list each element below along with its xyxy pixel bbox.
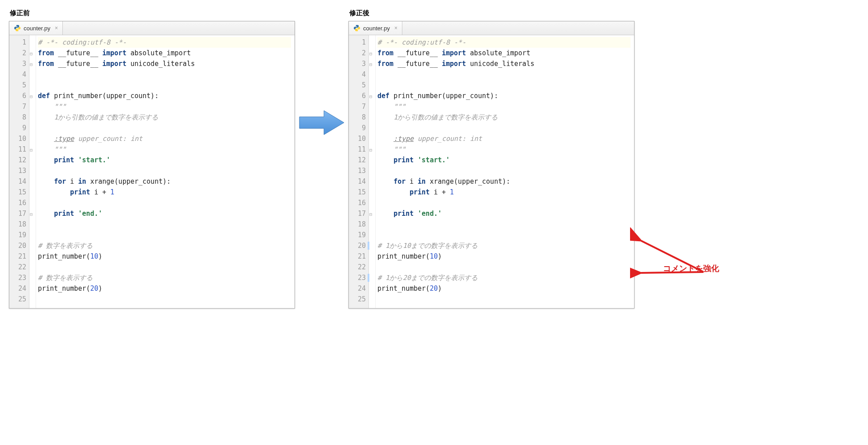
code-token: print_number( [377,284,430,293]
code-line[interactable] [38,198,291,208]
code-line[interactable] [377,123,631,133]
svg-point-1 [18,30,19,31]
code-line[interactable]: from __future__ import absolute_import [377,48,631,58]
fold-toggle-icon[interactable] [29,208,36,219]
code-line[interactable]: # -*- coding:utf-8 -*- [377,37,631,48]
code-line[interactable]: """ [38,101,291,112]
code-line[interactable] [38,165,291,176]
line-number: 20 [352,240,366,251]
code-line[interactable]: print i + 1 [377,187,631,198]
fold-toggle-icon[interactable] [369,208,375,219]
code-line[interactable] [38,230,291,240]
fold-toggle-icon[interactable] [29,91,36,101]
code-line[interactable]: """ [377,144,631,155]
before-tab[interactable]: counter.py × [9,21,63,35]
code-line[interactable]: """ [38,144,291,155]
code-line[interactable]: from __future__ import unicode_literals [377,58,631,69]
code-line[interactable] [377,80,631,91]
before-code[interactable]: # -*- coding:utf-8 -*-from __future__ im… [36,35,295,308]
code-token: ) [438,252,442,260]
code-token: # -*- coding:utf-8 -*- [38,38,127,46]
code-line[interactable]: 1から引数の値まで数字を表示する [377,112,631,123]
code-line[interactable]: print_number(10) [377,251,631,262]
code-line[interactable]: from __future__ import unicode_literals [38,58,291,69]
code-line[interactable] [377,165,631,176]
fold-spacer [29,240,36,251]
fold-toggle-icon[interactable] [369,48,375,58]
code-line[interactable]: for i in xrange(upper_count): [38,176,291,187]
line-number: 2 [12,48,26,58]
fold-spacer [29,294,36,305]
fold-toggle-icon[interactable] [29,58,36,69]
code-line[interactable]: for i in xrange(upper_count): [377,176,631,187]
before-codearea[interactable]: 1234567891011121314151617181920212223242… [9,35,295,308]
fold-toggle-icon[interactable] [29,144,36,155]
code-line[interactable] [377,230,631,240]
fold-spacer [369,37,375,48]
code-token: + [102,188,106,196]
line-number: 9 [12,123,26,133]
code-token [74,156,78,164]
code-line[interactable]: print_number(20) [377,283,631,294]
code-line[interactable]: print 'end.' [377,208,631,219]
code-line[interactable] [38,80,291,91]
code-line[interactable] [38,219,291,230]
close-icon[interactable]: × [55,25,58,31]
code-token [38,135,54,143]
code-token: print_number( [38,284,90,293]
code-line[interactable] [377,69,631,80]
code-token: 'end.' [78,210,102,218]
code-line[interactable]: """ [377,101,631,112]
fold-spacer [369,80,375,91]
code-line[interactable] [38,294,291,305]
code-token: i [66,177,78,185]
code-line[interactable]: print 'start.' [377,155,631,165]
code-line[interactable] [38,123,291,133]
code-token [74,210,78,218]
code-line[interactable] [377,219,631,230]
code-line[interactable]: def print_number(upper_count): [38,91,291,101]
code-token: def [38,92,50,100]
fold-toggle-icon[interactable] [369,58,375,69]
code-line[interactable] [38,262,291,272]
code-line[interactable]: print 'start.' [38,155,291,165]
before-panel: 修正前 counter.py × 12345678910111213141516… [9,9,295,309]
code-line[interactable]: print_number(10) [38,251,291,262]
code-line[interactable]: print 'end.' [38,208,291,219]
fold-spacer [29,37,36,48]
code-line[interactable]: 1から引数の値まで数字を表示する [38,112,291,123]
code-line[interactable]: # -*- coding:utf-8 -*- [38,37,291,48]
code-token [38,210,54,218]
code-token [446,188,450,196]
fold-toggle-icon[interactable] [369,91,375,101]
code-line[interactable]: print i + 1 [38,187,291,198]
code-line[interactable]: :type upper_count: int [377,133,631,144]
code-token [377,103,393,111]
line-number: 1 [12,37,26,48]
fold-toggle-icon[interactable] [29,48,36,58]
fold-spacer [29,133,36,144]
after-codearea[interactable]: 1234567891011121314151617181920212223242… [349,35,634,308]
code-token: print [393,156,414,164]
code-line[interactable]: from __future__ import absolute_import [38,48,291,58]
code-line[interactable]: print_number(20) [38,283,291,294]
code-line[interactable] [38,69,291,80]
code-line[interactable] [377,198,631,208]
code-line[interactable] [377,294,631,305]
fold-spacer [369,123,375,133]
line-number: 7 [352,101,366,112]
fold-spacer [29,101,36,112]
code-line[interactable]: # 1から10までの数字を表示する [377,240,631,251]
after-tab[interactable]: counter.py × [349,21,402,35]
code-line[interactable]: def print_number(upper_count): [377,91,631,101]
after-code[interactable]: # -*- coding:utf-8 -*-from __future__ im… [376,35,634,308]
code-line[interactable]: :type upper_count: int [38,133,291,144]
annotation-label: コメントを強化 [663,263,719,274]
code-token: import [102,60,127,68]
code-line[interactable] [377,262,631,272]
close-icon[interactable]: × [394,25,397,31]
code-line[interactable]: # 数字を表示する [38,272,291,283]
code-line[interactable]: # 1から20までの数字を表示する [377,272,631,283]
fold-toggle-icon[interactable] [369,144,375,155]
code-line[interactable]: # 数字を表示する [38,240,291,251]
